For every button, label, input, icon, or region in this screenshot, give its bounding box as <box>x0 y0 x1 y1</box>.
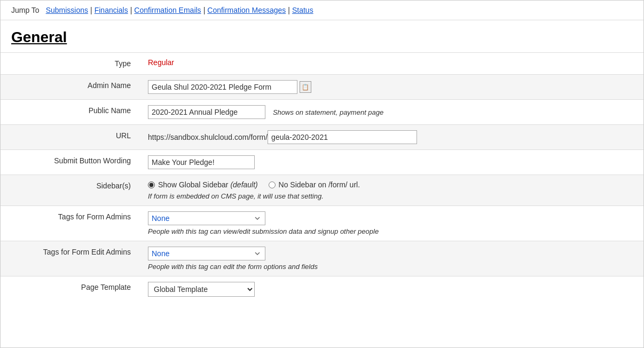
type-value: Regular <box>148 58 174 67</box>
value-url: https://sandbox.shulcloud.com/form/ <box>139 125 643 150</box>
link-status[interactable]: Status <box>292 6 313 14</box>
public-name-input[interactable] <box>148 105 265 119</box>
radio-row-1: Show Global Sidebar (default) No Sidebar… <box>148 180 635 189</box>
value-public-name: Shows on statement, payment page <box>139 100 643 125</box>
value-sidebars: Show Global Sidebar (default) No Sidebar… <box>139 175 643 206</box>
admin-name-input[interactable] <box>148 80 297 94</box>
value-page-template: Global Template <box>139 276 643 303</box>
submit-wording-input[interactable] <box>148 155 255 169</box>
link-financials[interactable]: Financials <box>95 6 128 14</box>
tags-edit-admins-select[interactable]: None <box>148 247 265 260</box>
value-admin-name: 📋 <box>139 75 643 100</box>
row-submit-wording: Submit Button Wording <box>1 150 643 175</box>
link-confirmation-messages[interactable]: Confirmation Messages <box>207 6 286 14</box>
label-public-name: Public Name <box>1 100 139 125</box>
sidebar-note: If form is embedded on CMS page, it will… <box>148 192 635 200</box>
value-tags-admins: None People with this tag can view/edit … <box>139 206 643 241</box>
tags-edit-admins-note: People with this tag can edit the form o… <box>148 263 635 271</box>
label-submit-wording: Submit Button Wording <box>1 150 139 175</box>
sep-3: | <box>203 6 206 14</box>
jump-to-label: Jump To <box>11 6 40 14</box>
sep-1: | <box>90 6 92 14</box>
shows-on-label: Shows on statement, payment page <box>273 108 383 116</box>
label-admin-name: Admin Name <box>1 75 139 100</box>
link-confirmation-emails[interactable]: Confirmation Emails <box>134 6 201 14</box>
value-tags-edit-admins: None People with this tag can edit the f… <box>139 241 643 276</box>
value-type: Regular <box>139 53 643 75</box>
tags-admins-select[interactable]: None <box>148 211 265 225</box>
sidebar-group: Show Global Sidebar (default) No Sidebar… <box>148 180 635 200</box>
label-sidebars: Sidebar(s) <box>1 175 139 206</box>
row-tags-edit-admins: Tags for Form Edit Admins None People wi… <box>1 241 643 276</box>
row-public-name: Public Name Shows on statement, payment … <box>1 100 643 125</box>
row-type: Type Regular <box>1 53 643 75</box>
value-submit-wording <box>139 150 643 175</box>
label-type: Type <box>1 53 139 75</box>
form-table: Type Regular Admin Name 📋 Public Name Sh… <box>1 52 643 302</box>
main-container: Jump To Submissions | Financials | Confi… <box>0 0 644 348</box>
row-tags-admins: Tags for Form Admins None People with th… <box>1 206 643 241</box>
admin-name-wrap: 📋 <box>148 80 635 94</box>
label-tags-admins: Tags for Form Admins <box>1 206 139 241</box>
url-row: https://sandbox.shulcloud.com/form/ <box>148 130 635 144</box>
row-admin-name: Admin Name 📋 <box>1 75 643 100</box>
url-slug-input[interactable] <box>268 130 417 144</box>
label-tags-edit-admins: Tags for Form Edit Admins <box>1 241 139 276</box>
label-page-template: Page Template <box>1 276 139 303</box>
page-template-select[interactable]: Global Template <box>148 282 255 297</box>
radio-no-sidebar[interactable] <box>269 181 276 188</box>
url-static-part: https://sandbox.shulcloud.com/form/ <box>148 133 268 141</box>
sep-4: | <box>288 6 290 14</box>
copy-icon[interactable]: 📋 <box>300 81 311 93</box>
tags-admins-note: People with this tag can view/edit submi… <box>148 227 635 235</box>
link-submissions[interactable]: Submissions <box>46 6 88 14</box>
sep-2: | <box>130 6 132 14</box>
jump-to-links: Submissions | Financials | Confirmation … <box>46 6 313 14</box>
radio-label-no-sidebar[interactable]: No Sidebar on /form/ url. <box>279 180 360 189</box>
section-title: General <box>1 20 643 52</box>
jump-to-bar: Jump To Submissions | Financials | Confi… <box>1 1 643 20</box>
row-page-template: Page Template Global Template <box>1 276 643 303</box>
row-sidebars: Sidebar(s) Show Global Sidebar (default)… <box>1 175 643 206</box>
radio-label-show-global[interactable]: Show Global Sidebar (default) <box>158 180 258 189</box>
radio-show-global[interactable] <box>148 181 155 188</box>
label-url: URL <box>1 125 139 150</box>
row-url: URL https://sandbox.shulcloud.com/form/ <box>1 125 643 150</box>
